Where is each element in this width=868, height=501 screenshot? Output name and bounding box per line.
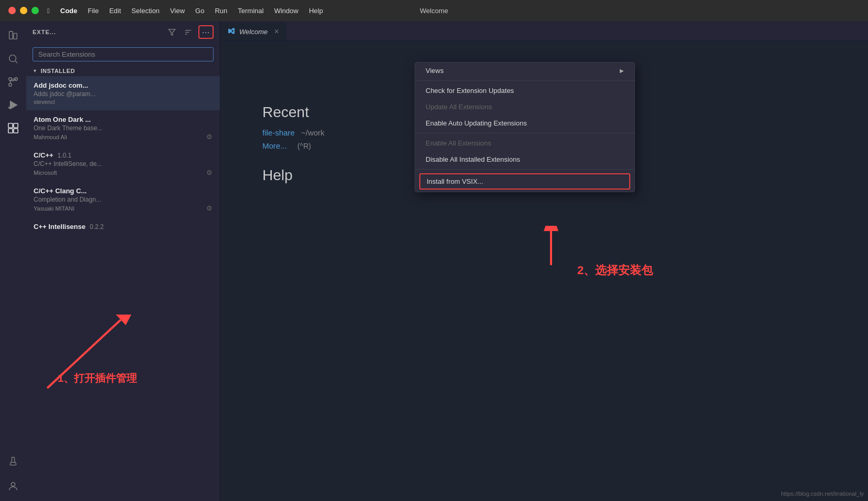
menu-item-install-vsix-wrap: Install from VSIX... — [415, 171, 634, 192]
search-icon[interactable] — [3, 48, 24, 69]
source-control-icon[interactable] — [3, 71, 24, 92]
svg-rect-0 — [9, 32, 13, 39]
ext-name: Add jsdoc com... — [34, 81, 213, 89]
svg-point-15 — [11, 483, 15, 486]
watermark: https://blog.csdn.net/irrational_ly — [781, 490, 864, 497]
context-menu: Views ▶ Check for Extension Updates Upda… — [415, 62, 635, 192]
menu-separator-3 — [415, 169, 634, 170]
svg-rect-1 — [14, 33, 17, 39]
ext-author: Microsoft ⚙ — [34, 169, 213, 176]
activity-bar — [0, 21, 26, 501]
ext-author: Mahmoud Ali ⚙ — [34, 133, 213, 141]
run-debug-icon[interactable] — [3, 95, 24, 116]
account-icon[interactable] — [3, 476, 24, 497]
run-menu[interactable]: Run — [215, 7, 227, 15]
installed-section-header[interactable]: ▼ INSTALLED — [26, 66, 220, 76]
flask-icon[interactable] — [3, 451, 24, 472]
ext-desc: Completion and Diagn... — [34, 196, 213, 203]
ext-author: Yasuaki MITANI ⚙ — [34, 204, 213, 212]
extension-item-cpp[interactable]: C/C++ 1.0.1 C/C++ IntelliSense, de... Mi… — [26, 146, 220, 182]
menu-item-auto-update[interactable]: Enable Auto Updating Extensions — [415, 115, 634, 131]
files-icon[interactable] — [3, 25, 24, 46]
menu-separator-2 — [415, 133, 634, 133]
window-menu[interactable]: Window — [274, 7, 298, 15]
menu-item-views[interactable]: Views ▶ — [415, 62, 634, 79]
svg-point-6 — [9, 84, 12, 87]
menu-item-install-vsix[interactable]: Install from VSIX... — [419, 173, 630, 190]
extension-item-atomonedark[interactable]: Atom One Dark ... One Dark Theme base...… — [26, 110, 220, 146]
extension-item-addjsdoc[interactable]: Add jsdoc com... Adds jsdoc @param... st… — [26, 76, 220, 110]
view-menu[interactable]: View — [170, 7, 185, 15]
edit-menu[interactable]: Edit — [109, 7, 121, 15]
submenu-arrow-icon: ▶ — [620, 68, 624, 74]
welcome-tab[interactable]: Welcome ✕ — [220, 22, 287, 40]
minimize-button[interactable] — [20, 7, 27, 14]
traffic-lights — [8, 7, 39, 14]
svg-rect-10 — [8, 123, 13, 128]
svg-rect-11 — [14, 123, 18, 128]
ext-author: stevencl — [34, 99, 213, 105]
main-content: Welcome ✕ Recent file-share ~/work More.… — [220, 21, 868, 501]
tab-close-button[interactable]: ✕ — [274, 28, 279, 35]
sidebar-header: EXTE... ··· — [26, 21, 220, 43]
chevron-down-icon: ▼ — [33, 68, 37, 74]
svg-rect-12 — [8, 129, 13, 133]
ext-name: C/C++ 1.0.1 — [34, 151, 213, 159]
extensions-list: Add jsdoc com... Adds jsdoc @param... st… — [26, 76, 220, 501]
titlebar:  Code File Edit Selection View Go Run T… — [0, 0, 868, 21]
ext-name: C/C++ Clang C... — [34, 187, 213, 195]
file-menu[interactable]: File — [88, 7, 99, 15]
menu-bar:  Code File Edit Selection View Go Run T… — [47, 7, 323, 15]
menu-item-update-all: Update All Extensions — [415, 99, 634, 115]
svg-point-2 — [9, 55, 16, 62]
extension-item-cppclang[interactable]: C/C++ Clang C... Completion and Diagn...… — [26, 182, 220, 217]
tab-label: Welcome — [239, 28, 268, 36]
apple-menu[interactable]:  — [47, 7, 50, 15]
ext-name: C++ Intellisense 0.2.2 — [34, 223, 213, 231]
more-shortcut: (^R) — [298, 142, 311, 150]
main-layout: EXTE... ··· ▼ INSTA — [0, 21, 868, 501]
ext-name: Atom One Dark ... — [34, 116, 213, 123]
ext-desc: One Dark Theme base... — [34, 124, 213, 132]
menu-item-disable-all[interactable]: Disable All Installed Extensions — [415, 151, 634, 168]
svg-rect-13 — [14, 129, 18, 133]
more-actions-button[interactable]: ··· — [198, 25, 214, 39]
search-box-wrap — [26, 43, 220, 66]
selection-menu[interactable]: Selection — [132, 7, 160, 15]
menu-separator — [415, 80, 634, 81]
code-menu[interactable]: Code — [60, 7, 78, 15]
recent-path-fileshare: ~/work — [301, 128, 325, 137]
maximize-button[interactable] — [31, 7, 39, 14]
extension-item-cppintellisense[interactable]: C++ Intellisense 0.2.2 — [26, 217, 220, 237]
window-title: Welcome — [420, 7, 448, 15]
installed-label: INSTALLED — [40, 68, 75, 74]
gear-icon[interactable]: ⚙ — [206, 133, 213, 141]
tab-bar: Welcome ✕ — [220, 21, 868, 41]
terminal-menu[interactable]: Terminal — [238, 7, 263, 15]
menu-item-enable-all: Enable All Extensions — [415, 135, 634, 151]
search-extensions-input[interactable] — [33, 47, 214, 61]
recent-link-fileshare[interactable]: file-share — [262, 128, 295, 137]
svg-point-4 — [9, 78, 12, 81]
gear-icon[interactable]: ⚙ — [206, 169, 213, 176]
extensions-sidebar: EXTE... ··· ▼ INSTA — [26, 21, 220, 501]
more-link[interactable]: More... — [262, 141, 287, 150]
ext-desc: C/C++ IntelliSense, de... — [34, 160, 213, 168]
svg-marker-16 — [169, 29, 176, 35]
gear-icon[interactable]: ⚙ — [206, 204, 213, 212]
help-menu[interactable]: Help — [309, 7, 323, 15]
svg-line-3 — [15, 61, 17, 63]
svg-marker-7 — [10, 101, 17, 109]
filter-icon[interactable] — [166, 26, 178, 38]
extensions-icon[interactable] — [3, 118, 24, 139]
sidebar-title: EXTE... — [33, 29, 162, 35]
menu-item-check-updates[interactable]: Check for Extension Updates — [415, 82, 634, 99]
go-menu[interactable]: Go — [195, 7, 204, 15]
ext-desc: Adds jsdoc @param... — [34, 90, 213, 98]
vscode-icon — [228, 27, 235, 36]
close-button[interactable] — [8, 7, 16, 14]
sort-icon[interactable] — [182, 26, 194, 38]
